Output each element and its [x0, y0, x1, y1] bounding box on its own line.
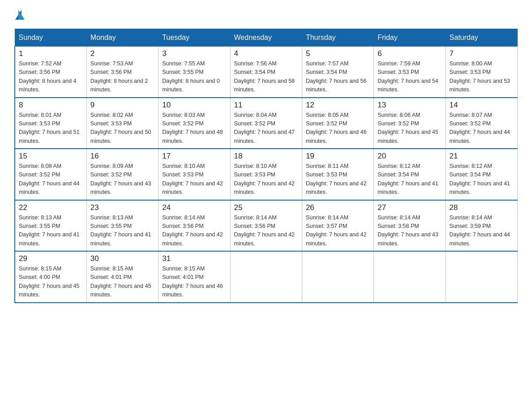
day-number: 13 [378, 101, 442, 110]
day-info: Sunrise: 8:14 AMSunset: 3:58 PMDaylight:… [378, 214, 438, 247]
day-number: 5 [306, 49, 370, 58]
day-cell [446, 251, 517, 303]
day-info: Sunrise: 8:10 AMSunset: 3:53 PMDaylight:… [234, 163, 295, 195]
day-info: Sunrise: 8:13 AMSunset: 3:55 PMDaylight:… [90, 214, 151, 247]
header-row: SundayMondayTuesdayWednesdayThursdayFrid… [15, 29, 518, 47]
day-number: 2 [90, 49, 154, 58]
day-number: 6 [378, 49, 442, 58]
logo [14, 11, 25, 21]
header-wednesday: Wednesday [230, 29, 302, 47]
day-info: Sunrise: 8:07 AMSunset: 3:52 PMDaylight:… [450, 112, 511, 144]
day-cell: 14 Sunrise: 8:07 AMSunset: 3:52 PMDaylig… [446, 98, 517, 149]
day-cell: 12 Sunrise: 8:05 AMSunset: 3:52 PMDaylig… [302, 98, 373, 149]
week-row-3: 15 Sunrise: 8:08 AMSunset: 3:52 PMDaylig… [15, 149, 518, 200]
day-info: Sunrise: 8:05 AMSunset: 3:52 PMDaylight:… [306, 112, 367, 144]
day-number: 19 [306, 152, 370, 161]
day-number: 17 [162, 152, 226, 161]
day-cell: 16 Sunrise: 8:09 AMSunset: 3:52 PMDaylig… [86, 149, 158, 200]
day-info: Sunrise: 8:03 AMSunset: 3:52 PMDaylight:… [162, 112, 223, 144]
header-tuesday: Tuesday [159, 29, 230, 47]
logo-triangle-light [18, 10, 25, 20]
day-cell: 4 Sunrise: 7:56 AMSunset: 3:54 PMDayligh… [230, 47, 302, 98]
day-info: Sunrise: 8:09 AMSunset: 3:52 PMDaylight:… [90, 163, 151, 195]
calendar-header: SundayMondayTuesdayWednesdayThursdayFrid… [15, 29, 518, 47]
day-number: 3 [162, 49, 226, 58]
day-info: Sunrise: 8:15 AMSunset: 4:00 PMDaylight:… [19, 265, 80, 298]
day-cell: 25 Sunrise: 8:14 AMSunset: 3:56 PMDaylig… [230, 200, 302, 252]
day-cell: 6 Sunrise: 7:59 AMSunset: 3:53 PMDayligh… [374, 47, 446, 98]
day-cell: 27 Sunrise: 8:14 AMSunset: 3:58 PMDaylig… [374, 200, 446, 252]
day-info: Sunrise: 8:14 AMSunset: 3:57 PMDaylight:… [306, 214, 367, 247]
day-number: 30 [90, 254, 154, 263]
day-number: 25 [234, 203, 298, 212]
day-number: 10 [162, 101, 226, 110]
day-number: 1 [19, 49, 83, 58]
day-info: Sunrise: 7:55 AMSunset: 3:55 PMDaylight:… [162, 60, 220, 93]
day-cell: 28 Sunrise: 8:14 AMSunset: 3:59 PMDaylig… [446, 200, 517, 252]
header-monday: Monday [86, 29, 158, 47]
day-cell: 15 Sunrise: 8:08 AMSunset: 3:52 PMDaylig… [15, 149, 86, 200]
day-number: 24 [162, 203, 226, 212]
header-sunday: Sunday [15, 29, 86, 47]
day-info: Sunrise: 7:59 AMSunset: 3:53 PMDaylight:… [378, 60, 438, 93]
week-row-2: 8 Sunrise: 8:01 AMSunset: 3:53 PMDayligh… [15, 98, 518, 149]
day-cell: 9 Sunrise: 8:02 AMSunset: 3:53 PMDayligh… [86, 98, 158, 149]
day-number: 29 [19, 254, 83, 263]
day-info: Sunrise: 7:56 AMSunset: 3:54 PMDaylight:… [234, 60, 295, 93]
day-number: 16 [90, 152, 154, 161]
day-info: Sunrise: 8:14 AMSunset: 3:56 PMDaylight:… [162, 214, 223, 247]
day-number: 7 [450, 49, 514, 58]
day-info: Sunrise: 7:53 AMSunset: 3:56 PMDaylight:… [90, 60, 148, 93]
day-info: Sunrise: 8:01 AMSunset: 3:53 PMDaylight:… [19, 112, 80, 144]
day-cell: 23 Sunrise: 8:13 AMSunset: 3:55 PMDaylig… [86, 200, 158, 252]
day-info: Sunrise: 8:04 AMSunset: 3:52 PMDaylight:… [234, 112, 295, 144]
day-cell [302, 251, 373, 303]
day-info: Sunrise: 8:11 AMSunset: 3:53 PMDaylight:… [306, 163, 367, 195]
day-number: 4 [234, 49, 298, 58]
day-cell: 7 Sunrise: 8:00 AMSunset: 3:53 PMDayligh… [446, 47, 517, 98]
day-info: Sunrise: 8:00 AMSunset: 3:53 PMDaylight:… [450, 60, 511, 93]
day-cell: 24 Sunrise: 8:14 AMSunset: 3:56 PMDaylig… [159, 200, 230, 252]
day-number: 21 [450, 152, 514, 161]
day-info: Sunrise: 8:15 AMSunset: 4:01 PMDaylight:… [162, 265, 223, 298]
header-saturday: Saturday [446, 29, 517, 47]
day-number: 11 [234, 101, 298, 110]
calendar-body: 1 Sunrise: 7:52 AMSunset: 3:56 PMDayligh… [15, 47, 518, 303]
day-cell: 1 Sunrise: 7:52 AMSunset: 3:56 PMDayligh… [15, 47, 86, 98]
week-row-5: 29 Sunrise: 8:15 AMSunset: 4:00 PMDaylig… [15, 251, 518, 303]
day-cell: 20 Sunrise: 8:12 AMSunset: 3:54 PMDaylig… [374, 149, 446, 200]
day-cell: 17 Sunrise: 8:10 AMSunset: 3:53 PMDaylig… [159, 149, 230, 200]
day-number: 18 [234, 152, 298, 161]
day-cell: 5 Sunrise: 7:57 AMSunset: 3:54 PMDayligh… [302, 47, 373, 98]
day-number: 14 [450, 101, 514, 110]
day-number: 31 [162, 254, 226, 263]
day-number: 27 [378, 203, 442, 212]
day-number: 23 [90, 203, 154, 212]
day-info: Sunrise: 8:08 AMSunset: 3:52 PMDaylight:… [19, 163, 80, 195]
day-number: 28 [450, 203, 514, 212]
day-cell: 29 Sunrise: 8:15 AMSunset: 4:00 PMDaylig… [15, 251, 86, 303]
day-info: Sunrise: 8:13 AMSunset: 3:55 PMDaylight:… [19, 214, 80, 247]
day-number: 22 [19, 203, 83, 212]
header-friday: Friday [374, 29, 446, 47]
day-cell: 26 Sunrise: 8:14 AMSunset: 3:57 PMDaylig… [302, 200, 373, 252]
week-row-4: 22 Sunrise: 8:13 AMSunset: 3:55 PMDaylig… [15, 200, 518, 252]
day-info: Sunrise: 8:14 AMSunset: 3:56 PMDaylight:… [234, 214, 295, 247]
day-cell: 10 Sunrise: 8:03 AMSunset: 3:52 PMDaylig… [159, 98, 230, 149]
day-number: 9 [90, 101, 154, 110]
day-number: 26 [306, 203, 370, 212]
day-number: 8 [19, 101, 83, 110]
day-cell [230, 251, 302, 303]
day-info: Sunrise: 8:12 AMSunset: 3:54 PMDaylight:… [450, 163, 511, 195]
day-info: Sunrise: 8:10 AMSunset: 3:53 PMDaylight:… [162, 163, 223, 195]
header-thursday: Thursday [302, 29, 373, 47]
day-cell: 19 Sunrise: 8:11 AMSunset: 3:53 PMDaylig… [302, 149, 373, 200]
day-cell: 3 Sunrise: 7:55 AMSunset: 3:55 PMDayligh… [159, 47, 230, 98]
day-number: 15 [19, 152, 83, 161]
day-cell: 11 Sunrise: 8:04 AMSunset: 3:52 PMDaylig… [230, 98, 302, 149]
day-info: Sunrise: 7:52 AMSunset: 3:56 PMDaylight:… [19, 60, 77, 93]
day-cell: 21 Sunrise: 8:12 AMSunset: 3:54 PMDaylig… [446, 149, 517, 200]
calendar-table: SundayMondayTuesdayWednesdayThursdayFrid… [14, 29, 518, 303]
day-info: Sunrise: 8:15 AMSunset: 4:01 PMDaylight:… [90, 265, 151, 298]
day-info: Sunrise: 8:14 AMSunset: 3:59 PMDaylight:… [450, 214, 511, 247]
